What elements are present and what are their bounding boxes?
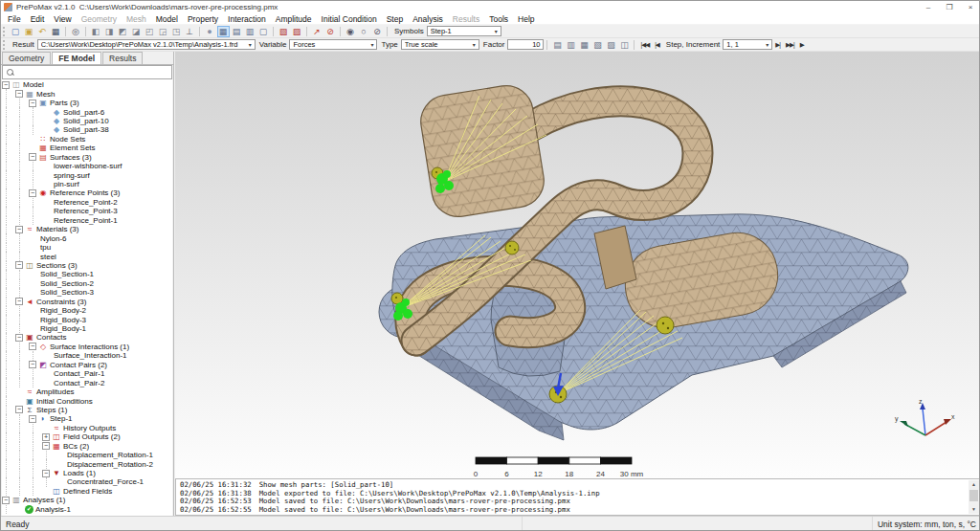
viewport[interactable]: 0612182430 mm x y z — [175, 52, 980, 478]
tree-item-displacement-rotation-2[interactable]: Displacement_Rotation-2 — [2, 459, 172, 468]
contour-plot-icon[interactable]: ▧ — [591, 39, 604, 51]
tree-item-nylon-6[interactable]: Nylon-6 — [2, 233, 172, 242]
tree-item-amplitudes[interactable]: ≈Amplitudes — [2, 387, 172, 396]
tree-item-constraints-3[interactable]: −◄Constraints (3) — [2, 298, 172, 306]
view-back-icon[interactable]: ◨ — [103, 26, 116, 37]
maximize-button[interactable]: ❒ — [939, 1, 960, 13]
tree-item-solid-section-2[interactable]: Solid_Section-2 — [2, 279, 172, 288]
tree-item-reference-point-1[interactable]: Reference_Point-1 — [2, 216, 172, 225]
menu-initial-condition[interactable]: Initial Condition — [317, 13, 382, 25]
tree-item-solid-part-6[interactable]: ◆Solid_part-6 — [2, 107, 172, 116]
previous-increment-icon[interactable]: |◀ — [652, 41, 662, 49]
tree-expander[interactable]: − — [15, 226, 23, 233]
tree-item-bcs-2[interactable]: −▦BCs (2) — [2, 442, 172, 451]
menu-step[interactable]: Step — [382, 13, 409, 25]
minimize-button[interactable]: – — [918, 1, 939, 13]
tree-item-concentrated-force-1[interactable]: Concentrated_Force-1 — [2, 477, 172, 486]
tab-fe-model[interactable]: FE Model — [52, 52, 101, 64]
tree-expander[interactable]: + — [42, 433, 50, 441]
tree-expander[interactable]: − — [15, 406, 23, 413]
play-animation-icon[interactable]: ▶ — [797, 41, 807, 49]
show-feature-edges-icon[interactable]: ▥ — [244, 26, 256, 37]
animate-deformation-icon[interactable]: ◫ — [618, 39, 631, 51]
scrollbar-thumb[interactable] — [969, 490, 978, 501]
log-scrollbar[interactable]: ▲ ▼ — [969, 480, 979, 514]
save-file-icon[interactable]: ▦ — [50, 26, 62, 37]
type-combo[interactable]: True scale ▾ — [401, 39, 479, 50]
tree-expander[interactable]: − — [15, 334, 23, 342]
tree-item-solid-section-3[interactable]: Solid_Section-3 — [2, 288, 172, 297]
show-parts-icon[interactable]: ◉ — [345, 26, 357, 37]
tree-item-step-1[interactable]: −◗Step-1 — [2, 414, 172, 423]
import-file-icon[interactable]: ↶ — [36, 26, 49, 37]
tree-item-node-sets[interactable]: ∷Node Sets — [2, 135, 172, 144]
symbols-combo[interactable]: Step-1 ▾ — [427, 26, 501, 36]
tree-item-element-sets[interactable]: ▦Element Sets — [2, 144, 172, 152]
close-button[interactable]: × — [960, 1, 980, 13]
tab-geometry[interactable]: Geometry — [2, 52, 51, 64]
menu-amplitude[interactable]: Amplitude — [271, 13, 317, 25]
tree-item-rigid-body-1[interactable]: Rigid_Body-1 — [2, 324, 172, 333]
scroll-down-icon[interactable]: ▼ — [971, 505, 976, 514]
menu-model[interactable]: Model — [151, 13, 183, 25]
tree-item-lower-wishbone-surf[interactable]: lower-wishbone-surf — [2, 162, 172, 170]
menu-edit[interactable]: Edit — [26, 13, 50, 25]
menu-view[interactable]: View — [49, 13, 76, 25]
tree-item-surfaces-3[interactable]: −▤Surfaces (3) — [2, 153, 172, 162]
view-right-icon[interactable]: ◪ — [130, 26, 143, 37]
view-bottom-icon[interactable]: ◲ — [157, 26, 169, 37]
tree-expander[interactable]: − — [29, 189, 36, 197]
tree-item-rigid-body-3[interactable]: Rigid_Body-3 — [2, 315, 172, 323]
tree-item-loads-1[interactable]: −▼Loads (1) — [2, 469, 172, 477]
tree-item-analysis-1[interactable]: ✔Analysis-1 — [2, 505, 172, 514]
tree-item-contact-pair-1[interactable]: Contact_Pair-1 — [2, 369, 172, 378]
tree-item-spring-surf[interactable]: spring-surf — [2, 170, 172, 179]
show-model-edges-icon[interactable]: ▤ — [231, 26, 243, 37]
tree-expander[interactable]: − — [29, 343, 36, 350]
hide-parts-icon[interactable]: ⊘ — [371, 26, 384, 37]
tree-item-history-outputs[interactable]: ≈History Outputs — [2, 424, 172, 432]
tree-item-solid-part-10[interactable]: ◆Solid_part-10 — [2, 117, 172, 125]
tree-item-tpu[interactable]: tpu — [2, 243, 172, 252]
open-file-icon[interactable]: ▣ — [23, 26, 35, 37]
remove-annotations-icon[interactable]: ⊘ — [324, 26, 337, 37]
coordinate-axes-icon[interactable]: ⊥ — [184, 26, 196, 37]
deformed-shape-icon[interactable]: ▥ — [565, 39, 577, 51]
menu-tools[interactable]: Tools — [484, 13, 513, 25]
factor-input[interactable]: 10 — [507, 39, 544, 50]
tree-item-contact-pairs-2[interactable]: −◩Contact Pairs (2) — [2, 361, 172, 369]
menu-file[interactable]: File — [3, 13, 26, 25]
show-element-edges-icon[interactable]: ▦ — [217, 26, 230, 37]
first-increment-icon[interactable]: |◀◀ — [637, 41, 652, 49]
contour-undeformed-icon[interactable]: ▨ — [605, 39, 617, 51]
section-view-icon[interactable]: ▧ — [278, 26, 290, 37]
tree-item-model[interactable]: −◫Model — [2, 80, 172, 89]
view-isometric-icon[interactable]: ◳ — [170, 26, 183, 37]
variable-combo[interactable]: Forces ▾ — [289, 39, 377, 50]
wireframe-view-icon[interactable]: ▢ — [257, 26, 270, 37]
view-left-icon[interactable]: ◩ — [117, 26, 129, 37]
deformed-undeformed-icon[interactable]: ▦ — [578, 39, 590, 51]
tree-item-reference-point-2[interactable]: Reference_Point-2 — [2, 198, 172, 207]
scroll-up-icon[interactable]: ▲ — [971, 480, 976, 489]
tree-expander[interactable]: − — [15, 261, 23, 269]
model-canvas[interactable]: 0612182430 mm x y z — [175, 52, 980, 478]
tree-item-contacts[interactable]: −▣Contacts — [2, 333, 172, 342]
undeformed-shape-icon[interactable]: ▤ — [551, 39, 564, 51]
tree-item-surface-interaction-1[interactable]: Surface_Interaction-1 — [2, 351, 172, 360]
tree-item-field-outputs-2[interactable]: +◫Field Outputs (2) — [2, 432, 172, 441]
tree-search-input[interactable] — [2, 65, 172, 79]
tree-expander[interactable]: − — [2, 81, 10, 89]
zoom-to-fit-icon[interactable]: ◎ — [70, 26, 82, 37]
tree-item-solid-section-1[interactable]: Solid_Section-1 — [2, 270, 172, 278]
tree-item-reference-points-3[interactable]: −◉Reference Points (3) — [2, 188, 172, 197]
menu-interaction[interactable]: Interaction — [223, 13, 271, 25]
step-increment-combo[interactable]: 1, 1 ▾ — [723, 39, 772, 50]
view-front-icon[interactable]: ◧ — [90, 26, 102, 37]
tree-expander[interactable]: − — [29, 361, 36, 368]
tree-item-steel[interactable]: steel — [2, 252, 172, 260]
tree-item-displacement-rotation-1[interactable]: Displacement_Rotation-1 — [2, 451, 172, 459]
menu-results[interactable]: Results — [448, 13, 484, 25]
tree-item-defined-fields[interactable]: ◫Defined Fields — [2, 487, 172, 496]
tree-item-parts-3[interactable]: −▣Parts (3) — [2, 99, 172, 107]
